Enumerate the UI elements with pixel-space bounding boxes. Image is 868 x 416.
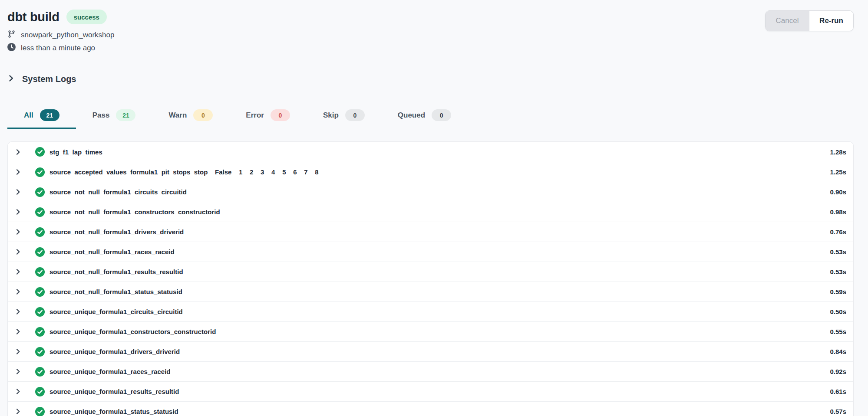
result-row[interactable]: source_not_null_formula1_drivers_driveri… — [8, 222, 853, 242]
row-name: source_not_null_formula1_status_statusid — [50, 288, 182, 295]
tab-error[interactable]: Error 0 — [229, 107, 307, 129]
run-title-row: dbt build success — [7, 10, 114, 24]
tabs: All 21 Pass 21 Warn 0 Error 0 Skip 0 Que… — [7, 107, 854, 129]
tab-count-badge: 0 — [345, 109, 365, 121]
row-duration: 0.53s — [830, 248, 846, 255]
chevron-right-icon[interactable] — [15, 348, 23, 355]
row-name: source_unique_formula1_constructors_cons… — [50, 328, 216, 335]
result-row[interactable]: source_unique_formula1_results_resultid … — [8, 381, 853, 401]
chevron-right-icon[interactable] — [15, 388, 23, 395]
result-row[interactable]: source_unique_formula1_circuits_circuiti… — [8, 301, 853, 321]
git-branch-icon — [7, 30, 16, 40]
tab-label: Queued — [398, 111, 425, 120]
tab-count-badge: 21 — [116, 109, 135, 121]
result-row[interactable]: source_not_null_formula1_status_statusid… — [8, 282, 853, 301]
row-name: source_not_null_formula1_races_raceid — [50, 248, 175, 255]
chevron-right-icon[interactable] — [15, 328, 23, 335]
run-meta: snowpark_python_workshop less than a min… — [7, 30, 114, 53]
chevron-right-icon[interactable] — [15, 149, 23, 155]
run-header-left: dbt build success snowpark_python_worksh… — [7, 10, 114, 53]
result-row[interactable]: source_not_null_formula1_races_raceid 0.… — [8, 242, 853, 262]
results-list: stg_f1_lap_times 1.28s source_accepted_v… — [7, 141, 854, 416]
tab-pass[interactable]: Pass 21 — [76, 107, 152, 129]
success-check-icon — [35, 267, 45, 277]
row-duration: 0.84s — [830, 348, 846, 355]
row-duration: 0.59s — [830, 288, 846, 295]
chevron-right-icon[interactable] — [15, 368, 23, 375]
row-duration: 0.76s — [830, 228, 846, 236]
result-row[interactable]: source_unique_formula1_status_statusid 0… — [8, 401, 853, 416]
tab-label: Error — [246, 111, 264, 120]
row-duration: 0.55s — [830, 328, 846, 335]
chevron-right-icon[interactable] — [15, 229, 23, 235]
result-row[interactable]: source_unique_formula1_drivers_driverid … — [8, 341, 853, 361]
tab-skip[interactable]: Skip 0 — [307, 107, 381, 129]
chevron-right-icon[interactable] — [15, 288, 23, 295]
result-row[interactable]: source_accepted_values_formula1_pit_stop… — [8, 162, 853, 182]
run-actions: Cancel Re-run — [765, 10, 854, 31]
success-check-icon — [35, 407, 45, 416]
tab-label: Pass — [92, 111, 110, 120]
row-name: source_not_null_formula1_results_resulti… — [50, 268, 183, 275]
chevron-right-icon — [7, 75, 15, 84]
chevron-right-icon[interactable] — [15, 169, 23, 175]
success-check-icon — [35, 327, 45, 337]
row-name: source_unique_formula1_circuits_circuiti… — [50, 308, 183, 315]
tab-count-badge: 0 — [432, 109, 451, 121]
last-run-time: less than a minute ago — [21, 44, 95, 52]
row-duration: 0.61s — [830, 388, 846, 395]
chevron-right-icon[interactable] — [15, 189, 23, 195]
row-duration: 0.50s — [830, 308, 846, 315]
row-name: source_unique_formula1_races_raceid — [50, 368, 170, 375]
row-duration: 1.28s — [830, 148, 846, 156]
tab-warn[interactable]: Warn 0 — [152, 107, 229, 129]
chevron-right-icon[interactable] — [15, 308, 23, 315]
chevron-right-icon[interactable] — [15, 269, 23, 275]
status-badge: success — [66, 10, 107, 24]
branch-name: snowpark_python_workshop — [21, 31, 114, 39]
success-check-icon — [35, 387, 45, 396]
row-name: source_accepted_values_formula1_pit_stop… — [50, 168, 319, 176]
row-name: source_unique_formula1_results_resultid — [50, 388, 179, 395]
system-logs-toggle[interactable]: System Logs — [7, 74, 76, 84]
chevron-right-icon[interactable] — [15, 249, 23, 255]
result-row[interactable]: source_not_null_formula1_results_resulti… — [8, 262, 853, 282]
row-name: source_not_null_formula1_drivers_driveri… — [50, 228, 184, 236]
result-row[interactable]: source_unique_formula1_races_raceid 0.92… — [8, 361, 853, 381]
tab-count-badge: 0 — [193, 109, 213, 121]
success-check-icon — [35, 287, 45, 297]
cancel-button[interactable]: Cancel — [766, 11, 809, 31]
tab-count-badge: 21 — [40, 109, 59, 121]
tab-count-badge: 0 — [271, 109, 290, 121]
tab-label: All — [24, 111, 33, 120]
success-check-icon — [35, 167, 45, 177]
tab-queued[interactable]: Queued 0 — [381, 107, 468, 129]
result-row[interactable]: source_not_null_formula1_constructors_co… — [8, 202, 853, 222]
row-duration: 0.53s — [830, 268, 846, 275]
success-check-icon — [35, 187, 45, 197]
row-duration: 0.90s — [830, 188, 846, 196]
result-row[interactable]: stg_f1_lap_times 1.28s — [8, 142, 853, 162]
row-name: source_unique_formula1_status_statusid — [50, 408, 178, 415]
page-title: dbt build — [7, 10, 59, 24]
clock-icon — [7, 43, 16, 53]
row-name: stg_f1_lap_times — [50, 148, 102, 156]
run-header: dbt build success snowpark_python_worksh… — [7, 10, 854, 53]
time-row: less than a minute ago — [7, 43, 114, 53]
row-name: source_not_null_formula1_circuits_circui… — [50, 188, 187, 196]
row-name: source_not_null_formula1_constructors_co… — [50, 208, 220, 216]
tab-all[interactable]: All 21 — [7, 107, 76, 129]
success-check-icon — [35, 207, 45, 217]
branch-row: snowpark_python_workshop — [7, 30, 114, 40]
result-row[interactable]: source_unique_formula1_constructors_cons… — [8, 321, 853, 341]
success-check-icon — [35, 347, 45, 357]
row-duration: 1.25s — [830, 168, 846, 176]
system-logs-label: System Logs — [22, 74, 76, 84]
success-check-icon — [35, 367, 45, 377]
chevron-right-icon[interactable] — [15, 209, 23, 215]
rerun-button[interactable]: Re-run — [809, 11, 853, 31]
tab-label: Warn — [168, 111, 187, 120]
chevron-right-icon[interactable] — [15, 408, 23, 415]
result-row[interactable]: source_not_null_formula1_circuits_circui… — [8, 182, 853, 202]
tab-label: Skip — [323, 111, 339, 120]
